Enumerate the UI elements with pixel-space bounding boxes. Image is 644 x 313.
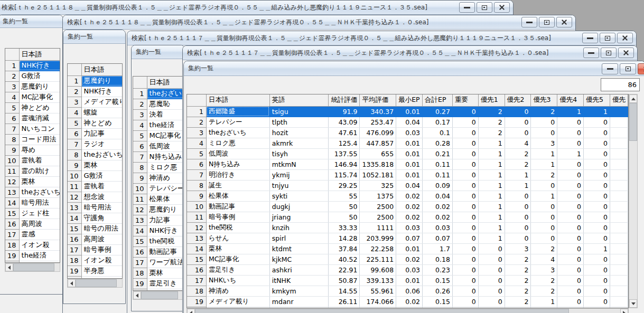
table-row[interactable]: 19メディア載りmdanr26.11174.0660.020.15002100: [187, 296, 628, 307]
cell[interactable]: 1: [531, 296, 557, 307]
cell[interactable]: 栗林: [206, 243, 269, 254]
cell-clipped[interactable]: [610, 148, 628, 159]
cell[interactable]: 0: [452, 180, 478, 191]
cell[interactable]: 誕生: [206, 180, 269, 191]
cell[interactable]: 2: [531, 286, 557, 296]
word-cell[interactable]: ワープ航法: [147, 257, 185, 268]
cell[interactable]: 0.04: [396, 117, 423, 127]
cell[interactable]: 0.01: [396, 148, 423, 159]
cell[interactable]: 2: [505, 159, 531, 169]
scrollbar-track[interactable]: [629, 141, 637, 299]
cell[interactable]: 0.02: [396, 296, 423, 307]
cell[interactable]: 0: [557, 159, 584, 169]
table-row[interactable]: 5低周波tisyh137.556550.010.21012110: [187, 148, 628, 159]
cell[interactable]: spirl: [269, 233, 329, 243]
column-header[interactable]: 最小EP: [396, 94, 423, 106]
cell[interactable]: 0: [478, 286, 505, 296]
cell[interactable]: 0: [584, 286, 610, 296]
word-cell[interactable]: 暗号の用法: [81, 223, 123, 234]
scrollbar-thumb[interactable]: [141, 291, 178, 299]
cell[interactable]: 0.02: [423, 201, 453, 212]
titlebar-aggregate-1[interactable]: 集約一覧: [0, 15, 63, 28]
cell[interactable]: 1: [557, 148, 584, 159]
cell[interactable]: 0.21: [423, 148, 453, 159]
column-header[interactable]: 平均評価: [360, 94, 396, 106]
word-cell[interactable]: 想念波: [81, 192, 123, 202]
titlebar-aggregate-2[interactable]: 集約一覧: [63, 30, 125, 44]
cell-clipped[interactable]: [610, 286, 628, 296]
scrollbar-thumb[interactable]: [13, 263, 54, 271]
word-cell[interactable]: 霊執着: [81, 181, 123, 192]
cell[interactable]: 0: [478, 254, 505, 264]
cell[interactable]: N持ち込み: [206, 159, 269, 169]
cell[interactable]: 0: [505, 127, 531, 138]
list-item[interactable]: 15the関税: [133, 236, 185, 246]
cell[interactable]: 1: [505, 180, 531, 191]
minimize-button[interactable]: [602, 63, 618, 74]
column-header[interactable]: 統計評価: [329, 94, 360, 106]
cell-clipped[interactable]: [610, 169, 628, 180]
cell[interactable]: 0.01: [396, 159, 423, 169]
cell[interactable]: 0: [584, 201, 610, 212]
cell[interactable]: 0: [531, 127, 557, 138]
cell[interactable]: 2: [505, 148, 531, 159]
list-item[interactable]: 19the経済: [5, 250, 60, 261]
word-cell[interactable]: 暗号用法: [19, 197, 60, 208]
scroll-right-button[interactable]: [620, 309, 628, 313]
list-item[interactable]: 2NHK行き: [68, 86, 123, 97]
cell[interactable]: 0: [557, 191, 584, 201]
word-cell[interactable]: theおざいち: [147, 88, 185, 99]
cell[interactable]: 2: [505, 254, 531, 264]
word-cell[interactable]: 栗林: [147, 268, 185, 278]
cell[interactable]: the関税: [206, 222, 269, 233]
horizontal-scrollbar[interactable]: [133, 291, 183, 300]
cell[interactable]: 0.28: [423, 138, 453, 148]
cell-clipped[interactable]: [610, 106, 628, 117]
cell[interactable]: 0: [584, 296, 610, 307]
restore-button[interactable]: [620, 63, 636, 74]
cell[interactable]: 2: [531, 169, 557, 180]
cell[interactable]: 1052.181: [360, 169, 396, 180]
cell[interactable]: 0: [557, 296, 584, 307]
cell[interactable]: 1: [478, 233, 505, 243]
cell[interactable]: 4: [531, 254, 557, 264]
cell[interactable]: hozit: [269, 127, 329, 138]
word-cell[interactable]: N持ち込み: [147, 151, 185, 162]
list-item[interactable]: 1NHK行き: [5, 60, 60, 71]
cell[interactable]: 神清め: [206, 286, 269, 296]
horizontal-scrollbar[interactable]: [186, 308, 629, 313]
word-cell[interactable]: G救済: [81, 170, 123, 181]
word-cell[interactable]: 高周波: [81, 234, 123, 244]
cell[interactable]: 0: [557, 138, 584, 148]
cell[interactable]: 50.87: [329, 275, 360, 286]
cell-clipped[interactable]: [610, 243, 628, 254]
minimize-button[interactable]: [459, 2, 475, 13]
table-row[interactable]: 14栗林ktdmt37.8422.2580.011.7003201: [187, 243, 628, 254]
list-item[interactable]: 4MC記事化: [5, 92, 60, 102]
column-header[interactable]: 重要: [452, 94, 478, 106]
list-item[interactable]: 17ワープ航法: [133, 257, 185, 268]
cell[interactable]: 91.9: [329, 106, 360, 117]
cell[interactable]: 55.961: [360, 286, 396, 296]
cell[interactable]: tnjyu: [269, 180, 329, 191]
cell[interactable]: 1: [531, 159, 557, 169]
cell[interactable]: 0: [557, 233, 584, 243]
cell[interactable]: 339.133: [360, 275, 396, 286]
cell[interactable]: テレパシー: [206, 117, 269, 127]
cell[interactable]: ミロク悪: [206, 138, 269, 148]
list-item[interactable]: 3メディア載り: [68, 97, 123, 107]
cell[interactable]: 0: [557, 264, 584, 275]
cell[interactable]: 0.01: [396, 275, 423, 286]
cell[interactable]: 0: [452, 233, 478, 243]
table-row[interactable]: 6N持ち込みmtkmN146.941335.8180.010.11012100: [187, 159, 628, 169]
cell[interactable]: 0.15: [423, 275, 453, 286]
scroll-down-button[interactable]: [629, 299, 637, 308]
cell[interactable]: 1: [584, 106, 610, 117]
list-item[interactable]: 3悪魔釣り: [5, 81, 60, 92]
cell[interactable]: 0: [531, 222, 557, 233]
word-cell[interactable]: the関税: [147, 236, 185, 246]
cell[interactable]: 3: [505, 243, 531, 254]
cell[interactable]: 0.26: [423, 286, 453, 296]
cell[interactable]: 0: [452, 148, 478, 159]
cell[interactable]: 1: [531, 148, 557, 159]
